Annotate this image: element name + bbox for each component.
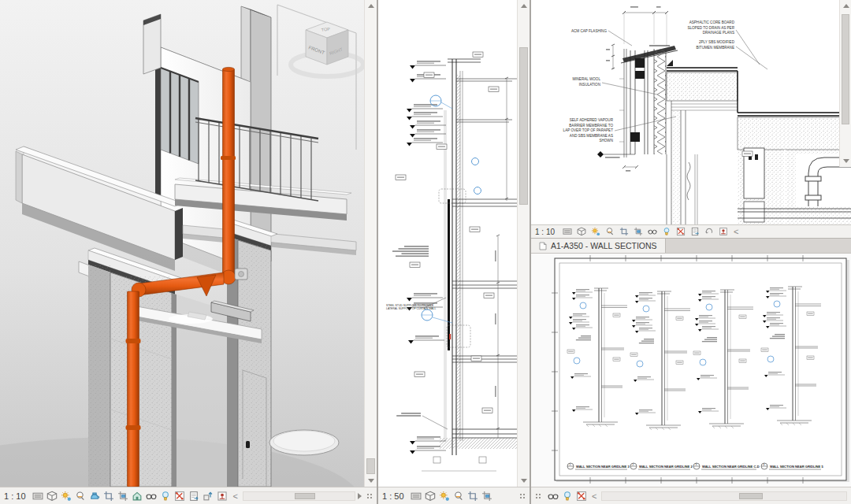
resize-grip[interactable]: [519, 493, 526, 499]
svg-text:WALL SECTION NEAR GRIDLINE C-D: WALL SECTION NEAR GRIDLINE C-D: [702, 465, 760, 469]
3d-view-canvas: TOP FRONT RIGHT: [0, 0, 364, 487]
toolbar-collapse-icon[interactable]: <: [231, 491, 240, 501]
shadows-icon[interactable]: [453, 490, 465, 502]
analytical-model-icon[interactable]: [174, 490, 186, 502]
svg-text:BITUMEN MEMBRANE: BITUMEN MEMBRANE: [697, 46, 735, 50]
crop-view-icon[interactable]: [618, 226, 630, 238]
crop-region-icon[interactable]: [117, 490, 129, 502]
svg-text:BARRIER MEMBRANE TO: BARRIER MEMBRANE TO: [569, 124, 613, 128]
sun-path-icon[interactable]: [589, 226, 601, 238]
visual-style-icon[interactable]: [575, 226, 587, 238]
analytical-model-icon[interactable]: [674, 226, 686, 238]
svg-text:WALL SECTION NEAR GRIDLINE 5: WALL SECTION NEAR GRIDLINE 5: [770, 465, 823, 469]
tab-title: A1-A350 - WALL SECTIONS: [551, 241, 657, 250]
detail-level-icon[interactable]: [411, 490, 422, 502]
detail-level-icon[interactable]: [561, 226, 573, 238]
toolbar-collapse-icon[interactable]: <: [589, 491, 599, 501]
scroll-up-icon[interactable]: [521, 4, 527, 8]
panel-detail-110: ACM CAP FLASHING ASPHALTIC CORE BOARD SL…: [531, 0, 851, 238]
scroll-down-icon[interactable]: [843, 159, 849, 163]
revit-workspace: TOP FRONT RIGHT 1 : 10 <: [0, 0, 851, 504]
view-scale-3d[interactable]: 1 : 10: [4, 491, 26, 501]
panel-wall-section-150: STEEL STUD SUPPLIER TO PROVIDE LATERAL S…: [378, 0, 530, 504]
reveal-constraints-icon[interactable]: [717, 226, 729, 238]
reveal-hidden-icon[interactable]: [146, 490, 158, 502]
svg-text:ASPHALTIC CORE BOARD: ASPHALTIC CORE BOARD: [689, 20, 735, 24]
worksharing-icon[interactable]: [703, 226, 715, 238]
svg-text:WALL SECTION NEAR GRIDLINE 3: WALL SECTION NEAR GRIDLINE 3: [576, 465, 630, 469]
temporary-view-properties-icon[interactable]: [689, 226, 700, 238]
svg-text:2PLY SBS MODIFIED: 2PLY SBS MODIFIED: [699, 40, 735, 44]
scroll-up-icon[interactable]: [368, 4, 374, 8]
svg-text:AND SBS MEMBRANE AS: AND SBS MEMBRANE AS: [570, 134, 613, 138]
crop-view-icon[interactable]: [467, 490, 479, 502]
svg-text:SHOWN: SHOWN: [599, 139, 613, 143]
sc roll-down-icon[interactable]: [521, 479, 527, 483]
rendering-dialog-icon[interactable]: [89, 490, 101, 502]
reveal-hidden-icon[interactable]: [547, 490, 559, 502]
svg-text:ACM CAP FLASHING: ACM CAP FLASHING: [571, 29, 608, 33]
view-scale-detail[interactable]: 1 : 10: [535, 228, 555, 236]
sheet-icon: [539, 242, 547, 250]
crop-region-icon[interactable]: [632, 226, 644, 238]
svg-text:LAP OVER TOP OF PARAPET: LAP OVER TOP OF PARAPET: [563, 128, 614, 132]
svg-text:SLOPED TO DRAIN AS PER: SLOPED TO DRAIN AS PER: [687, 26, 734, 30]
scroll-right-icon[interactable]: [358, 493, 362, 499]
svg-text:DRAINAGE PLANS: DRAINAGE PLANS: [703, 31, 734, 35]
temporary-hide-isolate-icon[interactable]: [660, 226, 672, 238]
reveal-constraints-icon[interactable]: [217, 490, 229, 502]
resize-grip[interactable]: [535, 493, 541, 499]
section-vertical-scrollbar[interactable]: [517, 0, 530, 487]
temporary-view-properties-icon[interactable]: [188, 490, 200, 502]
wall-section-canvas: STEEL STUD SUPPLIER TO PROVIDE LATERAL S…: [378, 0, 517, 487]
sheet-canvas: 1 WALL SECTION NEAR GRIDLINE 3 2 WALL SE…: [531, 254, 851, 487]
tab-sheet-a1-a350[interactable]: A1-A350 - WALL SECTIONS: [531, 239, 666, 253]
view-control-bar-3d: 1 : 10 <: [0, 487, 377, 504]
svg-text:3: 3: [696, 463, 697, 466]
view-control-bar-section: 1 : 50: [378, 487, 530, 504]
sun-path-icon[interactable]: [61, 490, 72, 502]
svg-text:2: 2: [633, 463, 634, 466]
displacement-sets-icon[interactable]: [203, 490, 214, 502]
sun-path-icon[interactable]: [439, 490, 451, 502]
sheet-paper[interactable]: 1 WALL SECTION NEAR GRIDLINE 3 2 WALL SE…: [552, 255, 849, 484]
crop-region-icon[interactable]: [481, 490, 493, 502]
unlocked-3d-view-icon[interactable]: [132, 490, 143, 502]
panel-sheet-view: 1 WALL SECTION NEAR GRIDLINE 3 2 WALL SE…: [531, 254, 851, 504]
svg-text:4: 4: [764, 463, 765, 466]
detail-level-icon[interactable]: [32, 490, 44, 502]
view-scale-section[interactable]: 1 : 50: [382, 491, 404, 501]
resize-grip[interactable]: [366, 493, 373, 499]
view-tab-bar: A1-A350 - WALL SECTIONS: [531, 238, 851, 254]
svg-text:SELF ADHERED VAPOUR: SELF ADHERED VAPOUR: [570, 118, 614, 122]
detail-canvas: ACM CAP FLASHING ASPHALTIC CORE BOARD SL…: [531, 0, 851, 224]
svg-text:1: 1: [570, 463, 571, 466]
reveal-hidden-icon[interactable]: [646, 226, 658, 238]
horizontal-scrollbar-sheet[interactable]: [601, 491, 847, 501]
shadows-icon[interactable]: [604, 226, 615, 238]
temporary-hide-isolate-icon[interactable]: [561, 490, 573, 502]
scroll-up-icon[interactable]: [843, 4, 849, 8]
svg-text:WALL SECTION NEAR GRIDLINE 2: WALL SECTION NEAR GRIDLINE 2: [639, 465, 693, 469]
detail-vertical-scrollbar[interactable]: [839, 0, 851, 167]
svg-text:INSULATION: INSULATION: [579, 83, 600, 87]
shadows-icon[interactable]: [75, 490, 87, 502]
panel-3d-view: TOP FRONT RIGHT 1 : 10 <: [0, 0, 377, 504]
svg-text:MINERAL WOOL: MINERAL WOOL: [572, 77, 600, 81]
view-control-bar-detail: 1 : 10 <: [531, 224, 851, 238]
view-control-bar-sheet: <: [531, 487, 851, 504]
temporary-hide-isolate-icon[interactable]: [160, 490, 172, 502]
crop-view-icon[interactable]: [103, 490, 115, 502]
horizontal-scrollbar-3d[interactable]: [243, 491, 355, 501]
analytical-model-icon[interactable]: [575, 490, 587, 502]
svg-text:LATERAL SUPPORT OF CURTAIN WAL: LATERAL SUPPORT OF CURTAIN WALL: [386, 307, 436, 310]
pipe-valve[interactable]: [235, 269, 247, 280]
toolbar-collapse-icon[interactable]: <: [731, 227, 741, 236]
3d-vertical-scrollbar[interactable]: [364, 0, 377, 487]
visual-style-icon[interactable]: [46, 490, 58, 502]
visual-style-icon[interactable]: [425, 490, 437, 502]
scroll-down-icon[interactable]: [368, 479, 374, 483]
